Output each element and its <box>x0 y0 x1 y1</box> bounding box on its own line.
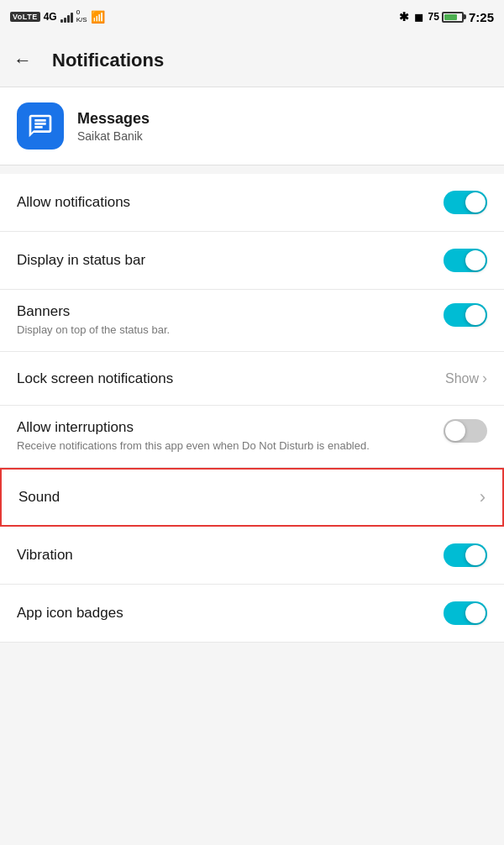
network-speed: 0 K/S <box>76 9 87 24</box>
display-status-bar-label: Display in status bar <box>17 252 145 268</box>
allow-notifications-toggle[interactable] <box>444 191 487 214</box>
settings-item-display-status-bar[interactable]: Display in status bar <box>0 232 504 290</box>
app-icon <box>17 102 64 150</box>
network-type: 4G <box>44 11 57 23</box>
settings-item-right <box>444 419 487 443</box>
toggle-knob <box>465 545 486 565</box>
settings-item-right <box>444 191 487 214</box>
settings-item-left: Vibration <box>17 547 444 564</box>
app-account: Saikat Banik <box>77 129 150 143</box>
settings-item-left: Sound <box>18 489 480 506</box>
header: ← Notifications <box>0 34 504 87</box>
settings-item-left: Display in status bar <box>17 252 444 269</box>
allow-notifications-label: Allow notifications <box>17 194 130 210</box>
banners-toggle[interactable] <box>444 303 487 327</box>
settings-item-right <box>444 249 487 272</box>
settings-item-vibration[interactable]: Vibration <box>0 527 504 585</box>
settings-item-sound[interactable]: Sound › <box>0 468 504 527</box>
signal-bars <box>60 11 73 23</box>
settings-item-left: App icon badges <box>17 605 444 622</box>
status-bar-right: ✱ ◼ 75 7:25 <box>399 10 494 24</box>
volte-badge: VoLTE <box>10 12 40 22</box>
chevron-right-icon: › <box>480 486 486 508</box>
settings-item-allow-notifications[interactable]: Allow notifications <box>0 174 504 232</box>
lock-screen-label: Lock screen notifications <box>17 370 173 386</box>
toggle-knob <box>465 305 486 325</box>
settings-item-left: Allow notifications <box>17 194 444 211</box>
vibrate-icon: ◼ <box>414 11 423 24</box>
signal-bar-4 <box>71 13 73 23</box>
display-status-bar-toggle[interactable] <box>444 249 487 272</box>
app-info-section: Messages Saikat Banik <box>0 87 504 165</box>
toggle-knob <box>465 603 486 623</box>
battery-container: 75 <box>428 11 464 23</box>
battery-fill <box>444 14 457 20</box>
settings-item-left: Lock screen notifications <box>17 370 445 387</box>
vibration-toggle[interactable] <box>444 543 487 567</box>
settings-item-right <box>444 601 487 625</box>
back-button[interactable]: ← <box>13 50 32 71</box>
status-bar: VoLTE 4G 0 K/S 📶 ✱ ◼ 75 7:25 <box>0 0 504 34</box>
messages-icon <box>27 113 54 139</box>
app-name: Messages <box>77 110 150 128</box>
app-info-text: Messages Saikat Banik <box>77 110 150 143</box>
settings-item-right <box>444 543 487 567</box>
settings-item-allow-interruptions[interactable]: Allow interruptions Receive notification… <box>0 406 504 468</box>
signal-bar-3 <box>67 15 70 23</box>
allow-interruptions-label: Allow interruptions <box>17 419 134 435</box>
settings-item-right <box>444 303 487 327</box>
settings-item-banners[interactable]: Banners Display on top of the status bar… <box>0 290 504 352</box>
page-title: Notifications <box>52 50 164 71</box>
battery-percent: 75 <box>428 11 439 23</box>
app-icon-badges-label: App icon badges <box>17 605 123 621</box>
battery-icon <box>442 12 464 23</box>
toggle-knob <box>465 192 486 213</box>
signal-bar-2 <box>64 18 66 23</box>
banners-sublabel: Display on top of the status bar. <box>17 323 430 338</box>
show-chevron: Show › <box>445 370 487 387</box>
allow-interruptions-sublabel: Receive notifications from this app even… <box>17 438 430 454</box>
toggle-knob <box>445 421 465 441</box>
settings-item-left: Banners Display on top of the status bar… <box>17 303 444 338</box>
settings-list: Allow notifications Display in status ba… <box>0 174 504 643</box>
allow-interruptions-toggle[interactable] <box>444 419 487 443</box>
settings-item-lock-screen[interactable]: Lock screen notifications Show › <box>0 352 504 406</box>
app-icon-badges-toggle[interactable] <box>444 601 487 625</box>
settings-item-left: Allow interruptions Receive notification… <box>17 419 444 454</box>
toggle-knob <box>465 250 486 270</box>
status-bar-left: VoLTE 4G 0 K/S 📶 <box>10 9 105 24</box>
banners-label: Banners <box>17 303 70 319</box>
chevron-right-icon: › <box>482 370 487 387</box>
signal-bar-1 <box>60 19 63 23</box>
settings-item-app-icon-badges[interactable]: App icon badges <box>0 585 504 643</box>
settings-item-right: Show › <box>445 370 487 387</box>
settings-item-right: › <box>480 486 486 508</box>
time: 7:25 <box>469 10 494 24</box>
wifi-icon: 📶 <box>91 10 105 24</box>
bluetooth-icon: ✱ <box>399 10 409 24</box>
sound-label: Sound <box>18 489 60 505</box>
vibration-label: Vibration <box>17 547 73 563</box>
show-text: Show <box>445 371 479 386</box>
